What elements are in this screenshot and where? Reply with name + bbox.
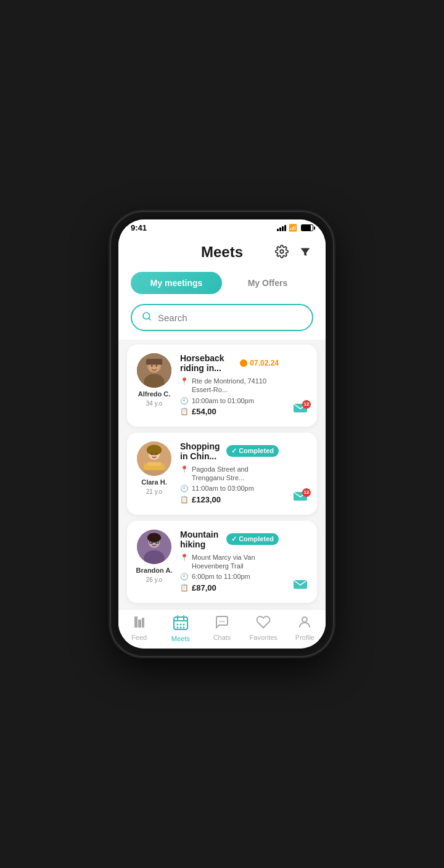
filter-button[interactable]	[297, 244, 313, 261]
tab-my-meetings[interactable]: My meetings	[131, 272, 222, 294]
price-icon: 📋	[180, 584, 189, 592]
svg-rect-15	[147, 462, 161, 465]
header-icons	[274, 244, 313, 261]
tab-my-offers[interactable]: My Offers	[222, 272, 313, 294]
gear-icon	[275, 245, 289, 258]
message-button[interactable]: 12	[292, 491, 308, 506]
search-container	[118, 301, 326, 340]
location-row: 📍 Mount Marcy via Van Hoevenberg Trail	[180, 553, 279, 571]
meet-card: Alfredo C. 34 y.o Horseback riding in...…	[127, 345, 317, 427]
svg-point-18	[155, 453, 157, 455]
svg-point-26	[151, 541, 152, 542]
avatar-col: Alfredo C. 34 y.o	[136, 353, 173, 418]
card-info: Mountain hiking ✓ Completed 📍 Mount Marc…	[180, 530, 279, 594]
time-text: 10:00am to 01:00pm	[192, 396, 254, 405]
svg-point-16	[147, 444, 162, 455]
meet-card: Clara H. 21 y.o Shopping in Chin... ✓ Co…	[127, 433, 317, 515]
avatar	[137, 530, 171, 564]
status-dot	[240, 359, 247, 367]
meets-list: Alfredo C. 34 y.o Horseback riding in...…	[118, 340, 326, 609]
time-row: 🕙 11:00am to 03:00pm	[180, 484, 279, 493]
meets-icon	[173, 615, 189, 633]
svg-point-10	[155, 365, 157, 367]
profile-icon	[297, 615, 312, 632]
svg-point-46	[183, 624, 184, 626]
message-button[interactable]	[292, 579, 308, 594]
avatar	[137, 353, 171, 388]
message-button[interactable]: 12	[292, 403, 308, 418]
favorites-icon	[256, 615, 271, 632]
card-title-row: Horseback riding in... 07.02.24	[180, 353, 279, 373]
wifi-icon: 📶	[289, 224, 297, 232]
avatar	[137, 441, 171, 476]
message-count: 12	[302, 488, 311, 497]
price-icon: 📋	[180, 496, 189, 504]
nav-item-feed[interactable]: Feed	[118, 615, 160, 642]
nav-item-profile[interactable]: Profile	[284, 615, 326, 642]
location-text: Rte de Montriond, 74110 Essert-Ro...	[192, 377, 279, 395]
time-row: 🕙 6:00pm to 11:00pm	[180, 572, 279, 581]
nav-label-favorites: Favorites	[250, 634, 278, 641]
nav-label-feed: Feed	[131, 634, 147, 641]
card-info: Horseback riding in... 07.02.24 📍 Rte de…	[180, 353, 279, 418]
svg-point-53	[302, 617, 307, 622]
nav-label-chats: Chats	[213, 634, 231, 641]
location-row: 📍 Pagoda Street and Trengganu Stre...	[180, 465, 279, 483]
price-icon: 📋	[180, 407, 189, 416]
clock-icon: 🕙	[180, 397, 189, 405]
price-row: 📋 £54,00	[180, 407, 279, 416]
price-text: £54,00	[192, 407, 216, 416]
time-row: 🕙 10:00am to 01:00pm	[180, 396, 279, 405]
filter-icon	[298, 245, 312, 258]
settings-button[interactable]	[274, 244, 290, 261]
card-info: Shopping in Chin... ✓ Completed 📍 Pagoda…	[180, 441, 279, 506]
person-avatar-icon	[137, 441, 171, 476]
svg-rect-38	[138, 620, 141, 628]
svg-point-47	[176, 627, 178, 629]
completed-badge: ✓ Completed	[226, 445, 279, 457]
time-text: 11:00am to 03:00pm	[192, 484, 254, 493]
person-name: Brandon A.	[136, 567, 173, 574]
price-text: £123,00	[192, 495, 221, 504]
price-text: £87,00	[192, 583, 216, 592]
meet-title: Shopping in Chin...	[180, 441, 223, 461]
time-text: 6:00pm to 11:00pm	[192, 572, 250, 581]
svg-line-2	[149, 318, 150, 320]
svg-point-27	[156, 541, 157, 542]
avatar-col: Clara H. 21 y.o	[136, 441, 173, 506]
bottom-nav: Feed Me	[118, 609, 326, 649]
completed-badge: ✓ Completed	[226, 533, 279, 545]
nav-label-meets: Meets	[171, 635, 190, 642]
search-box	[131, 304, 313, 331]
price-row: 📋 £87,00	[180, 583, 279, 592]
status-bar: 9:41 📶	[118, 219, 326, 235]
chats-icon	[215, 615, 229, 632]
svg-point-52	[223, 621, 224, 622]
svg-point-25	[147, 533, 161, 542]
nav-item-meets[interactable]: Meets	[160, 615, 201, 642]
clock-icon: 🕙	[180, 485, 189, 493]
card-action[interactable]	[286, 530, 308, 594]
svg-point-48	[179, 627, 181, 629]
person-age: 34 y.o	[146, 400, 163, 407]
meet-card: Brandon A. 26 y.o Mountain hiking ✓ Comp…	[127, 521, 317, 603]
search-input[interactable]	[158, 313, 302, 323]
card-title-row: Shopping in Chin... ✓ Completed	[180, 441, 279, 461]
nav-item-chats[interactable]: Chats	[201, 615, 242, 642]
location-text: Pagoda Street and Trengganu Stre...	[192, 465, 279, 483]
card-title-row: Mountain hiking ✓ Completed	[180, 530, 279, 549]
phone-frame: 9:41 📶 Meets	[111, 212, 333, 656]
nav-label-profile: Profile	[295, 634, 314, 641]
card-action[interactable]: 12	[286, 353, 308, 418]
person-age: 21 y.o	[146, 488, 163, 495]
nav-item-favorites[interactable]: Favorites	[243, 615, 284, 642]
signal-icon	[277, 225, 286, 231]
person-avatar-icon	[137, 353, 171, 388]
phone-screen: 9:41 📶 Meets	[118, 219, 326, 649]
svg-point-51	[221, 621, 223, 622]
date-badge: 07.02.24	[240, 359, 279, 367]
meet-title: Horseback riding in...	[180, 353, 236, 373]
card-action[interactable]: 12	[286, 441, 308, 506]
search-icon	[142, 311, 152, 324]
location-row: 📍 Rte de Montriond, 74110 Essert-Ro...	[180, 377, 279, 395]
